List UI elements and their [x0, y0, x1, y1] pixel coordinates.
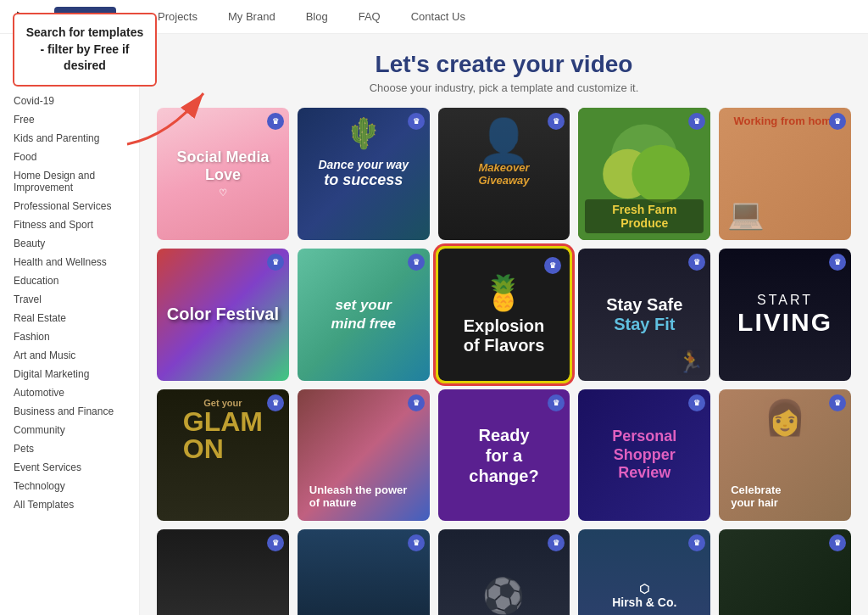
- card-sport[interactable]: ♛ ⚽: [438, 529, 570, 615]
- card-title: Fresh Farm Produce: [585, 199, 704, 233]
- sidebar-item-events[interactable]: Event Services: [0, 458, 139, 477]
- card-subtitle: ♡: [219, 187, 227, 198]
- sidebar-item-pets[interactable]: Pets: [0, 439, 139, 458]
- card-nobody-likes[interactable]: ♛ Nobody likes topay extra: [157, 529, 289, 615]
- crown-icon: ♛: [408, 254, 425, 271]
- tooltip-text: Search for templates - filter by Free if…: [26, 25, 144, 72]
- crown-icon: ♛: [829, 394, 846, 411]
- nav-faq[interactable]: FAQ: [352, 7, 387, 26]
- red-arrow-icon: [119, 85, 220, 153]
- sidebar-item-fitness[interactable]: Fitness and Sport: [0, 215, 139, 234]
- card-title: Color Festival: [167, 305, 279, 324]
- card-title: GLAMON: [183, 408, 263, 462]
- card-title-stay: Stay Safe: [606, 295, 682, 315]
- card-personal-shopper[interactable]: ♛ PersonalShopperReview: [578, 389, 710, 522]
- card-title: Unleash the powerof nature: [304, 478, 413, 514]
- card-title-living: LIVING: [737, 308, 832, 337]
- card-stay-safe[interactable]: ♛ Stay Safe Stay Fit 🏃: [578, 249, 710, 381]
- person-icon: 👤: [477, 116, 530, 165]
- sidebar-item-community[interactable]: Community: [0, 421, 139, 439]
- card-dance-success[interactable]: ♛ Dance your wayto success 🌵: [298, 108, 430, 240]
- hero-title: Let's create your video: [157, 51, 851, 78]
- tooltip-box: Search for templates - filter by Free if…: [13, 13, 157, 87]
- card-color-festival[interactable]: ♛ Color Festival: [157, 249, 289, 381]
- crown-icon: ♛: [829, 113, 846, 130]
- crown-icon: ♛: [408, 113, 425, 130]
- card-title-start: START: [757, 293, 813, 308]
- nav-blog[interactable]: Blog: [299, 7, 335, 26]
- crown-icon: ♛: [688, 394, 705, 411]
- sidebar-item-health[interactable]: Health and Wellness: [0, 253, 139, 271]
- person-icon: 👩: [764, 398, 806, 438]
- card-title: Explosionof Flavors: [464, 316, 545, 355]
- sidebar-item-business[interactable]: Business and Finance: [0, 402, 139, 421]
- main-content: Let's create your video Choose your indu…: [140, 34, 868, 615]
- crown-icon: ♛: [829, 254, 846, 271]
- sidebar-item-professional[interactable]: Professional Services: [0, 197, 139, 215]
- card-celebrate-hair[interactable]: ♛ Celebrateyour hair 👩: [719, 389, 851, 522]
- crown-icon: ♛: [688, 254, 705, 271]
- card-title: ⬡Hirsh & Co.: [612, 582, 676, 609]
- card-set-mind-free[interactable]: ♛ set yourmind free: [298, 249, 430, 381]
- card-fresh-farm[interactable]: ♛ Fresh Farm Produce: [578, 108, 710, 240]
- sidebar-item-digital[interactable]: Digital Marketing: [0, 365, 139, 383]
- hero-subtitle: Choose your industry, pick a template an…: [157, 81, 851, 94]
- sidebar-item-fashion[interactable]: Fashion: [0, 327, 139, 346]
- laptop-icon: 💻: [727, 197, 765, 232]
- sidebar-item-home-design[interactable]: Home Design and Improvement: [0, 166, 139, 197]
- crown-icon: ♛: [408, 394, 425, 411]
- nav-contact[interactable]: Contact Us: [404, 7, 472, 26]
- template-grid: ♛ Social MediaLove ♡ ♛ Dance your wayto …: [157, 108, 851, 615]
- crown-icon: ♛: [548, 394, 565, 411]
- card-title: Readyfor achange?: [469, 425, 538, 486]
- card-glam-on[interactable]: ♛ Get your GLAMON: [157, 389, 289, 522]
- crown-icon: ♛: [267, 254, 284, 271]
- card-title: Dance your wayto success: [318, 158, 409, 189]
- fitness-icon: 🏃: [677, 349, 704, 374]
- card-nature-power[interactable]: ♛ Unleash the powerof nature: [298, 389, 430, 522]
- card-makeover-giveaway[interactable]: ♛ MakeoverGiveaway 👤: [438, 108, 570, 240]
- crown-icon: ♛: [267, 394, 284, 411]
- sidebar-item-beauty[interactable]: Beauty: [0, 234, 139, 253]
- sidebar-item-realestate[interactable]: Real Estate: [0, 309, 139, 327]
- crown-icon: ♛: [408, 534, 425, 551]
- sidebar-item-art[interactable]: Art and Music: [0, 346, 139, 365]
- card-hirsh[interactable]: ♛ ⬡Hirsh & Co.: [578, 529, 710, 615]
- card-title: PersonalShopperReview: [612, 428, 676, 483]
- card-ready-change[interactable]: ♛ Readyfor achange?: [438, 389, 570, 522]
- crown-icon: ♛: [267, 113, 284, 130]
- card-title: Celebrateyour hair: [726, 478, 786, 514]
- card-title-fit: Stay Fit: [614, 315, 675, 334]
- sidebar-item-travel[interactable]: Travel: [0, 290, 139, 309]
- nav-my-brand[interactable]: My Brand: [221, 7, 282, 26]
- card-suit-up[interactable]: ♛ SUIT UPFOR WINTER: [298, 529, 430, 615]
- pineapple-icon: 🍍: [482, 273, 525, 313]
- card-ride[interactable]: ♛ Ride the...: [719, 529, 851, 615]
- card-working-from-home[interactable]: ♛ Working from home? 💻: [719, 108, 851, 240]
- card-title: set yourmind free: [331, 296, 396, 333]
- cactus-icon: 🌵: [345, 116, 382, 151]
- sidebar-item-technology[interactable]: Technology: [0, 477, 139, 495]
- card-title: Working from home?: [734, 115, 844, 127]
- sidebar-item-all[interactable]: All Templates: [0, 495, 139, 514]
- card-start-living[interactable]: ♛ START LIVING: [719, 249, 851, 381]
- card-explosion-flavors[interactable]: ♛ 🍍 Explosionof Flavors: [438, 249, 570, 381]
- card-title: Social MediaLove: [176, 148, 269, 184]
- sidebar-item-automotive[interactable]: Automotive: [0, 383, 139, 402]
- sidebar-item-education[interactable]: Education: [0, 271, 139, 290]
